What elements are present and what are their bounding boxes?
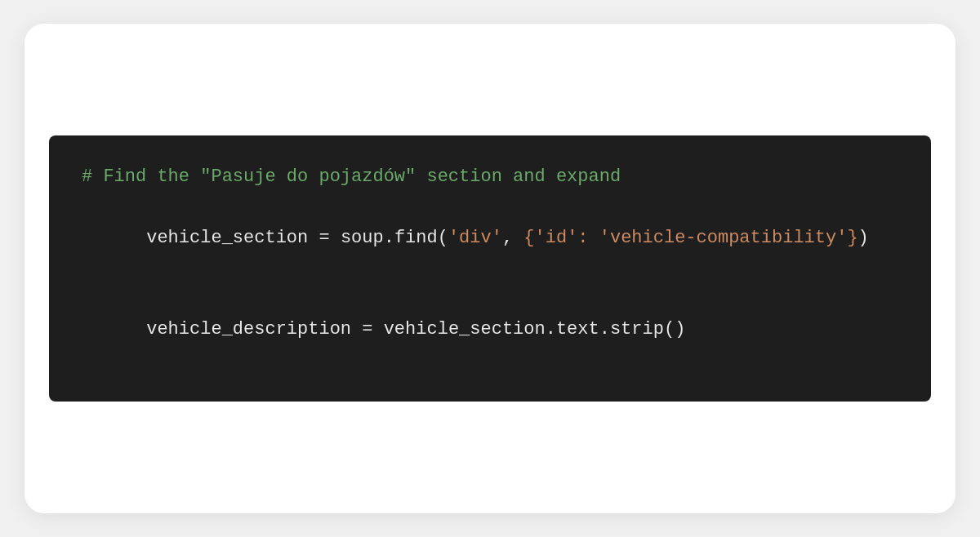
code-comment-line: # Find the "Pasuje do pojazdów" section … xyxy=(82,162,898,192)
str-div: 'div' xyxy=(448,228,502,248)
card: # Find the "Pasuje do pojazdów" section … xyxy=(24,24,956,513)
code-line-1: vehicle_section = soup.find('div', {'id'… xyxy=(82,193,898,284)
var-vehicle-section: vehicle_section xyxy=(146,228,308,248)
assign-op-1: = xyxy=(308,228,341,248)
dict-arg: {'id': 'vehicle-compatibility'} xyxy=(523,228,858,248)
var-vehicle-description: vehicle_description xyxy=(146,319,351,340)
assign-op-2: = xyxy=(351,319,384,340)
comma-1: , xyxy=(502,228,523,248)
code-line-2: vehicle_description = vehicle_section.te… xyxy=(82,284,898,375)
text-strip-call: vehicle_section.text.strip() xyxy=(384,319,686,340)
soup-find-call: soup.find( xyxy=(341,228,448,248)
close-paren-1: ) xyxy=(858,228,869,248)
code-block: # Find the "Pasuje do pojazdów" section … xyxy=(49,135,931,402)
